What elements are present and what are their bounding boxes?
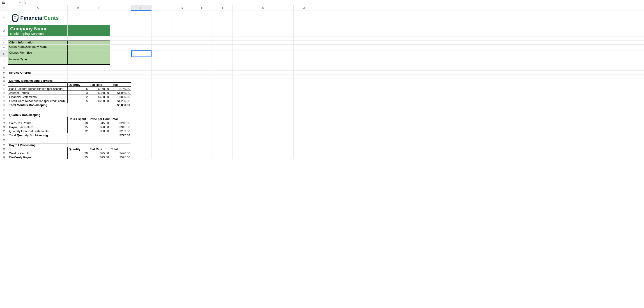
cell[interactable] [253,125,273,129]
cell[interactable] [172,125,192,129]
table-row[interactable]: Weekly Payroll [8,151,68,155]
cell[interactable] [172,99,192,103]
table-row[interactable]: $50.00 [89,129,110,133]
cell[interactable] [192,147,212,151]
cell[interactable] [212,75,233,79]
cell[interactable] [172,45,192,50]
cell[interactable] [294,40,314,44]
cell[interactable] [294,155,314,159]
cell[interactable] [233,79,253,83]
row-header[interactable]: 27 [0,147,8,151]
cell[interactable] [273,75,294,79]
cell[interactable] [212,95,233,99]
cell[interactable] [131,113,152,117]
table-row[interactable]: $400.00 [89,95,110,99]
cell[interactable] [273,25,294,36]
cell[interactable] [212,83,233,87]
row-header[interactable]: 28 [0,151,8,155]
col-header[interactable]: E [131,5,152,10]
cell[interactable] [131,107,152,113]
cell[interactable] [131,57,152,65]
client-name-label[interactable]: Client Name/Company Name [8,45,68,50]
cell[interactable] [110,40,131,44]
cell[interactable] [89,57,110,65]
cell[interactable] [233,137,253,143]
cell[interactable] [273,103,294,107]
cell[interactable] [294,79,314,83]
cell[interactable] [68,11,89,25]
cell[interactable] [212,45,233,50]
cell[interactable] [294,117,314,121]
col-header[interactable]: H [192,5,212,10]
cell[interactable] [172,75,192,79]
col-header[interactable]: B [68,5,89,10]
cell[interactable] [294,57,314,65]
cell[interactable] [192,50,212,57]
cell[interactable] [172,155,192,159]
cell[interactable] [294,71,314,75]
cell[interactable] [131,25,152,36]
table-row[interactable]: $25.00 [89,155,110,159]
cell[interactable] [192,83,212,87]
cell[interactable] [192,103,212,107]
cell[interactable] [294,65,314,70]
cell[interactable] [192,117,212,121]
cell[interactable] [152,95,172,99]
monthly-rate-header[interactable]: Flat Rate [89,83,110,87]
cell[interactable] [212,155,233,159]
cell[interactable] [131,83,152,87]
cell[interactable] [294,83,314,87]
cell[interactable] [253,79,273,83]
table-row[interactable]: 2 [68,95,89,99]
table-row[interactable]: 20 [68,151,89,155]
table-row[interactable]: Financial Statements [8,95,68,99]
row-header[interactable]: 10 [0,75,8,79]
cell[interactable] [131,87,152,91]
cell[interactable] [212,40,233,44]
cell[interactable] [212,143,233,147]
cell[interactable] [273,117,294,121]
row-header[interactable]: 6 [0,50,8,57]
cell[interactable] [110,65,131,70]
cell[interactable] [89,113,110,117]
cell[interactable] [253,71,273,75]
cell[interactable] [233,45,253,50]
cell[interactable] [212,87,233,91]
cell[interactable] [172,121,192,125]
table-row[interactable]: 15 [68,125,89,129]
cell[interactable] [192,65,212,70]
cell[interactable] [273,129,294,133]
cell[interactable] [8,147,68,151]
col-header[interactable]: C [89,5,110,10]
cell[interactable] [233,113,253,117]
cell[interactable] [8,65,68,70]
table-row[interactable]: $150.00 [89,87,110,91]
client-firm-label[interactable]: Client's Firm Size [8,50,68,57]
cell[interactable] [212,121,233,125]
table-row[interactable]: 5 [68,99,89,103]
cell[interactable] [273,151,294,155]
service-offered-label[interactable]: Service Offered [8,71,68,75]
table-row[interactable]: $420.00 [110,151,131,155]
row-header[interactable]: 1 [0,11,8,25]
cell[interactable] [273,121,294,125]
col-header[interactable]: F [152,5,172,10]
cell[interactable] [8,117,68,121]
table-row[interactable]: $750.00 [110,87,131,91]
cell[interactable] [253,147,273,151]
cell[interactable] [233,40,253,44]
quarterly-total-header[interactable]: Total [110,117,131,121]
selection-handle-icon[interactable] [150,56,152,57]
cell[interactable] [152,75,172,79]
cell[interactable] [152,79,172,83]
cell[interactable] [152,50,172,57]
row-header[interactable]: 8 [0,65,8,70]
table-row[interactable]: $800.00 [110,95,131,99]
cell[interactable] [172,25,192,36]
cell[interactable] [253,117,273,121]
table-row[interactable]: $252.00 [110,129,131,133]
cell[interactable] [294,75,314,79]
cell[interactable] [172,147,192,151]
cell[interactable] [152,155,172,159]
cell[interactable] [233,75,253,79]
